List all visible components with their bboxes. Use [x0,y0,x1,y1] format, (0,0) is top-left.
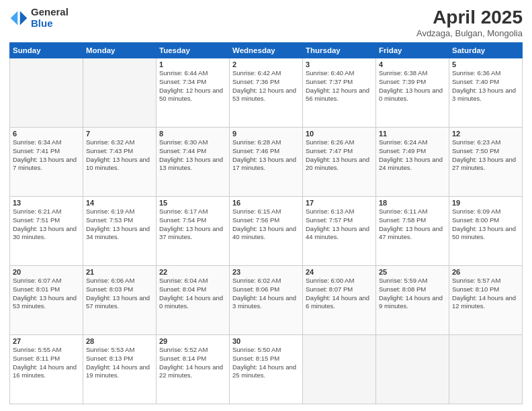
day-daylight: Daylight: 14 hours and 22 minutes. [159,363,223,379]
col-saturday: Saturday [449,43,523,58]
day-daylight: Daylight: 13 hours and 20 minutes. [306,156,369,172]
calendar-day-cell: 18Sunrise: 6:11 AMSunset: 7:58 PMDayligh… [376,197,449,266]
day-number: 21 [86,268,153,276]
logo-icon [9,9,28,28]
day-sunrise: Sunrise: 5:59 AM [379,277,427,284]
day-number: 17 [306,199,373,207]
day-sunrise: Sunrise: 6:42 AM [232,69,281,77]
col-thursday: Thursday [303,43,376,58]
day-daylight: Daylight: 12 hours and 50 minutes. [159,87,223,103]
calendar-day-cell: 25Sunrise: 5:59 AMSunset: 8:08 PMDayligh… [376,266,449,335]
col-wednesday: Wednesday [230,43,303,58]
month-title: April 2025 [416,7,523,28]
day-sunrise: Sunrise: 6:38 AM [379,69,427,77]
day-daylight: Daylight: 13 hours and 47 minutes. [379,225,443,241]
day-sunset: Sunset: 8:06 PM [232,285,279,293]
day-sunset: Sunset: 8:13 PM [86,355,133,362]
day-number: 3 [306,60,373,68]
calendar-day-cell: 28Sunrise: 5:53 AMSunset: 8:13 PMDayligh… [83,335,157,404]
day-sunrise: Sunrise: 6:07 AM [13,277,61,284]
location: Avdzaga, Bulgan, Mongolia [416,28,523,38]
calendar-day-cell: 9Sunrise: 6:28 AMSunset: 7:46 PMDaylight… [230,128,303,197]
day-sunrise: Sunrise: 6:44 AM [159,69,208,77]
day-daylight: Daylight: 13 hours and 27 minutes. [452,156,516,172]
day-sunset: Sunset: 8:10 PM [452,285,499,293]
calendar-day-cell: 1Sunrise: 6:44 AMSunset: 7:34 PMDaylight… [157,58,230,128]
day-number: 2 [232,60,300,68]
day-sunset: Sunset: 8:08 PM [379,285,426,293]
day-sunrise: Sunrise: 5:50 AM [232,346,281,353]
day-sunset: Sunset: 7:50 PM [452,147,499,154]
calendar-day-cell: 2Sunrise: 6:42 AMSunset: 7:36 PMDaylight… [230,58,303,128]
day-sunset: Sunset: 7:40 PM [452,78,499,85]
day-sunrise: Sunrise: 6:26 AM [306,138,354,146]
day-number: 16 [232,199,300,207]
day-sunrise: Sunrise: 6:02 AM [232,277,281,284]
day-sunset: Sunset: 8:14 PM [159,355,206,362]
day-sunset: Sunset: 7:39 PM [379,78,426,85]
day-sunset: Sunset: 7:51 PM [13,216,60,224]
calendar-day-cell: 16Sunrise: 6:15 AMSunset: 7:56 PMDayligh… [230,197,303,266]
day-sunset: Sunset: 8:11 PM [13,355,60,362]
day-sunset: Sunset: 8:03 PM [86,285,133,293]
col-friday: Friday [376,43,449,58]
day-number: 22 [159,268,226,276]
logo-general: General [31,7,69,18]
calendar-day-cell: 4Sunrise: 6:38 AMSunset: 7:39 PMDaylight… [376,58,449,128]
calendar-day-cell: 7Sunrise: 6:32 AMSunset: 7:43 PMDaylight… [83,128,157,197]
day-sunset: Sunset: 7:57 PM [306,216,353,224]
day-daylight: Daylight: 14 hours and 3 minutes. [232,294,296,310]
day-sunset: Sunset: 8:01 PM [13,285,60,293]
day-sunrise: Sunrise: 6:19 AM [86,208,134,215]
day-daylight: Daylight: 13 hours and 3 minutes. [452,87,516,103]
calendar-day-cell: 6Sunrise: 6:34 AMSunset: 7:41 PMDaylight… [10,128,83,197]
day-number: 12 [452,130,519,138]
day-daylight: Daylight: 13 hours and 40 minutes. [232,225,296,241]
calendar-day-cell: 27Sunrise: 5:55 AMSunset: 8:11 PMDayligh… [10,335,83,404]
day-sunset: Sunset: 7:53 PM [86,216,133,224]
day-number: 19 [452,199,519,207]
calendar-day-cell: 21Sunrise: 6:06 AMSunset: 8:03 PMDayligh… [83,266,157,335]
day-sunrise: Sunrise: 6:17 AM [159,208,208,215]
day-daylight: Daylight: 13 hours and 57 minutes. [86,294,150,310]
day-number: 28 [86,337,153,345]
day-daylight: Daylight: 14 hours and 19 minutes. [86,363,150,379]
day-daylight: Daylight: 13 hours and 37 minutes. [159,225,223,241]
day-sunrise: Sunrise: 6:36 AM [452,69,500,77]
day-daylight: Daylight: 13 hours and 53 minutes. [13,294,77,310]
day-sunset: Sunset: 7:34 PM [159,78,206,85]
day-daylight: Daylight: 13 hours and 7 minutes. [13,156,77,172]
calendar-day-cell [10,58,83,128]
day-daylight: Daylight: 14 hours and 12 minutes. [452,294,516,310]
calendar-day-cell: 22Sunrise: 6:04 AMSunset: 8:04 PMDayligh… [157,266,230,335]
calendar-day-cell: 15Sunrise: 6:17 AMSunset: 7:54 PMDayligh… [157,197,230,266]
day-daylight: Daylight: 12 hours and 53 minutes. [232,87,296,103]
day-sunset: Sunset: 7:43 PM [86,147,133,154]
day-daylight: Daylight: 14 hours and 16 minutes. [13,363,77,379]
calendar-week-row: 1Sunrise: 6:44 AMSunset: 7:34 PMDaylight… [10,58,523,128]
day-number: 14 [86,199,153,207]
day-daylight: Daylight: 13 hours and 0 minutes. [379,87,443,103]
logo-blue: Blue [31,18,69,30]
day-number: 20 [13,268,80,276]
day-daylight: Daylight: 13 hours and 44 minutes. [306,225,369,241]
calendar-day-cell: 10Sunrise: 6:26 AMSunset: 7:47 PMDayligh… [303,128,376,197]
day-sunrise: Sunrise: 6:06 AM [86,277,134,284]
day-sunset: Sunset: 7:41 PM [13,147,60,154]
day-sunrise: Sunrise: 5:52 AM [159,346,208,353]
day-sunset: Sunset: 7:46 PM [232,147,279,154]
day-sunrise: Sunrise: 6:11 AM [379,208,427,215]
day-sunset: Sunset: 8:00 PM [452,216,499,224]
day-number: 25 [379,268,446,276]
header: General Blue April 2025 Avdzaga, Bulgan,… [9,7,523,38]
day-daylight: Daylight: 13 hours and 30 minutes. [13,225,77,241]
calendar-day-cell [83,58,157,128]
day-sunset: Sunset: 7:44 PM [159,147,206,154]
calendar-day-cell: 24Sunrise: 6:00 AMSunset: 8:07 PMDayligh… [303,266,376,335]
day-number: 4 [379,60,446,68]
day-sunrise: Sunrise: 6:30 AM [159,138,208,146]
day-daylight: Daylight: 14 hours and 6 minutes. [306,294,369,310]
svg-marker-1 [11,11,18,25]
day-sunrise: Sunrise: 6:13 AM [306,208,354,215]
day-daylight: Daylight: 13 hours and 13 minutes. [159,156,223,172]
